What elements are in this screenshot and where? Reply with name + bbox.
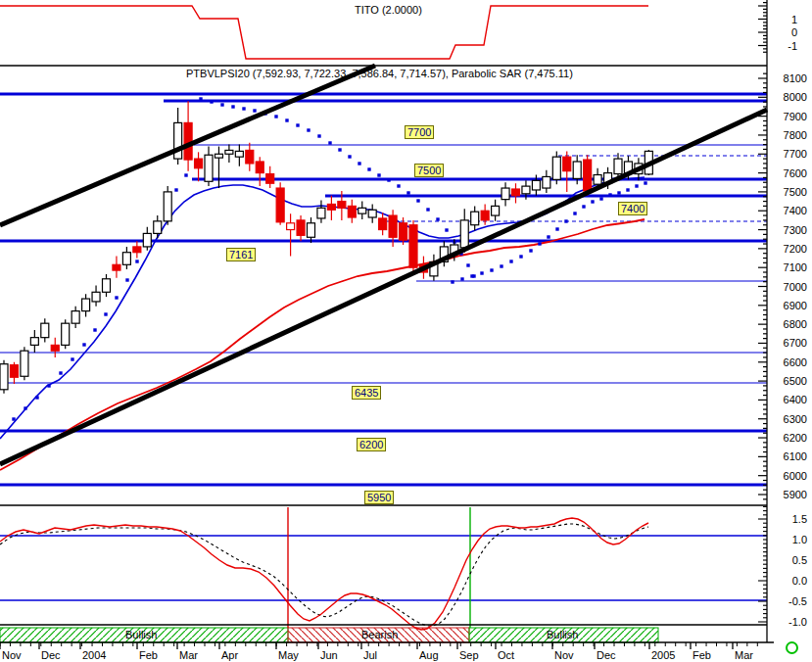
oscillator-main-line <box>0 518 648 630</box>
sentiment-band-bullish <box>0 628 288 642</box>
sar-dot <box>104 312 107 315</box>
candle-body <box>41 323 49 337</box>
candle-body <box>594 175 601 185</box>
candle-body <box>584 160 592 191</box>
sar-dot <box>307 128 310 131</box>
candle-body <box>103 279 111 293</box>
sar-dot <box>253 109 256 112</box>
sar-dot <box>199 97 202 100</box>
sar-dot <box>644 181 646 184</box>
candle-body <box>614 159 622 173</box>
candle-body <box>327 204 335 210</box>
sar-dot <box>416 199 419 202</box>
sar-dot <box>367 167 370 170</box>
sar-dot <box>547 235 549 238</box>
sar-dot <box>377 173 380 176</box>
candle-body <box>62 323 70 345</box>
candle-body <box>532 180 540 190</box>
sar-dot <box>500 264 502 267</box>
candle-body <box>276 188 284 222</box>
candle-body <box>215 154 222 158</box>
sar-dot <box>328 141 331 144</box>
sar-dot <box>529 249 532 252</box>
sar-dot <box>519 255 522 258</box>
sar-dot <box>274 115 277 118</box>
candle-body <box>195 159 203 168</box>
candle-body <box>143 233 151 247</box>
sar-dot <box>12 417 15 420</box>
candle-body <box>113 264 120 270</box>
candle-body <box>164 192 171 221</box>
sar-dot <box>582 205 585 208</box>
sar-dot <box>460 277 463 280</box>
sar-dot <box>509 260 512 262</box>
sar-dot <box>135 260 138 262</box>
sar-dot <box>285 118 288 121</box>
candle-body <box>492 206 500 215</box>
moving-average-long <box>0 219 645 470</box>
sar-dot <box>338 148 341 151</box>
candle-body <box>460 220 468 248</box>
sar-dot <box>24 406 26 409</box>
candle-body <box>308 223 315 237</box>
sar-dot <box>626 188 629 191</box>
candle-body <box>133 247 141 253</box>
sar-dot <box>635 184 638 187</box>
candle-body <box>122 253 130 265</box>
sar-dot <box>470 274 473 277</box>
candle-body <box>10 365 18 378</box>
charting-app-screen: { "window": {"width": 829, "height": 676… <box>0 0 812 662</box>
sar-dot <box>466 263 469 266</box>
sar-dot <box>608 193 611 196</box>
candle-body <box>317 208 325 218</box>
candle-body <box>573 162 581 178</box>
sar-dot <box>555 227 558 230</box>
candle-body <box>51 345 59 351</box>
sar-dot <box>397 184 400 187</box>
candle-body <box>0 364 8 390</box>
sar-dot <box>231 105 234 108</box>
candle-body <box>389 215 397 237</box>
sar-dot <box>591 200 594 203</box>
sar-dot <box>617 191 620 194</box>
sar-dot <box>317 134 320 137</box>
trendline-lower-channel[interactable] <box>0 110 767 464</box>
candle-body <box>154 221 162 234</box>
chart-canvas[interactable] <box>0 0 812 662</box>
candle-body <box>287 223 295 230</box>
tito-indicator-line <box>0 6 648 59</box>
candle-body <box>522 186 530 194</box>
sar-dot <box>564 219 567 222</box>
sar-dot <box>184 173 187 176</box>
candle-body <box>72 311 79 324</box>
sar-dot <box>358 162 360 165</box>
candle-body <box>502 188 509 200</box>
sar-dot <box>174 188 177 191</box>
candle-body <box>481 211 489 220</box>
sentiment-band-bearish <box>288 628 469 642</box>
sar-dot <box>210 100 213 103</box>
candle-body <box>235 151 243 157</box>
candle-body <box>552 157 560 179</box>
sar-dot <box>125 278 128 281</box>
candle-body <box>205 155 213 181</box>
candle-body <box>368 210 376 217</box>
sar-dot <box>296 123 299 126</box>
candle-body <box>21 351 28 376</box>
sentiment-band-bullish <box>469 628 658 642</box>
candle-body <box>348 206 356 217</box>
candle-body <box>400 223 407 240</box>
sar-dot <box>35 396 38 399</box>
candle-body <box>338 202 346 209</box>
candle-body <box>563 157 571 170</box>
candle-body <box>256 162 263 173</box>
sar-dot <box>71 357 73 360</box>
sar-dot <box>242 107 245 110</box>
candle-body <box>184 122 192 160</box>
sar-dot <box>599 197 602 200</box>
sar-dot <box>220 103 223 106</box>
sar-dot <box>445 228 448 231</box>
sar-dot <box>436 217 439 220</box>
sar-dot <box>82 343 85 346</box>
candle-body <box>543 176 550 188</box>
